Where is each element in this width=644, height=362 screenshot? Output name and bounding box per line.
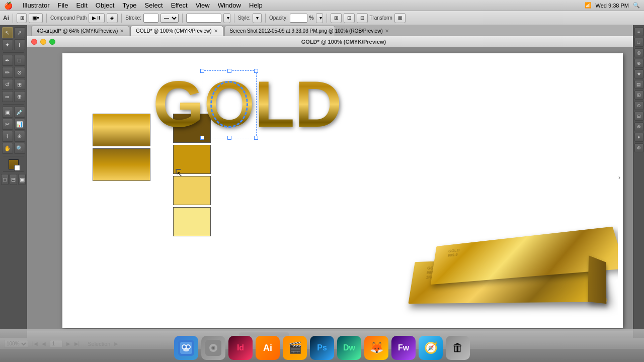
select-tool-btn[interactable]: ◈: [107, 13, 118, 23]
eraser-tool[interactable]: ⊘: [14, 67, 25, 78]
shape-tool[interactable]: □: [14, 55, 25, 66]
panel-btn-5[interactable]: ★: [634, 69, 643, 78]
type-tool[interactable]: T: [14, 39, 25, 50]
play-btn[interactable]: ▶⏸: [89, 13, 105, 23]
menu-window[interactable]: Window: [218, 2, 241, 9]
menu-edit[interactable]: Edit: [76, 2, 87, 9]
menu-object[interactable]: Object: [96, 2, 115, 9]
pen-tool[interactable]: ✒: [2, 55, 13, 66]
graph-tool[interactable]: 📊: [14, 119, 25, 130]
scale-tool[interactable]: ⊞: [14, 79, 25, 90]
tab-gold[interactable]: GOLD* @ 100% (CMYK/Preview) ✕: [130, 26, 223, 36]
transform-btn[interactable]: ⊠: [394, 13, 406, 23]
tab-close-4g[interactable]: ✕: [120, 28, 124, 34]
dock-system-prefs[interactable]: [201, 336, 225, 360]
panel-btn-6[interactable]: ▤: [634, 80, 643, 89]
maximize-btn[interactable]: [49, 39, 55, 45]
tab-close-ss[interactable]: ✕: [385, 28, 389, 34]
menu-illustrator[interactable]: Illustrator: [23, 2, 49, 9]
style-input[interactable]: [186, 14, 221, 23]
swatch-grad2[interactable]: [93, 148, 150, 181]
align-btn2[interactable]: ⊡: [344, 13, 355, 23]
menu-type[interactable]: Type: [122, 2, 136, 9]
dock-firefox[interactable]: 🦊: [364, 336, 388, 360]
gold-text: G O: [153, 68, 342, 140]
transform-label: Transform: [370, 15, 392, 21]
menu-effect[interactable]: Effect: [171, 2, 188, 9]
panel-btn-11[interactable]: ✦: [634, 133, 643, 142]
close-btn[interactable]: [31, 39, 37, 45]
panel-btn-1[interactable]: ≡: [634, 27, 643, 36]
fullscreen-mode2[interactable]: ▣: [18, 174, 26, 185]
tab-close-gold[interactable]: ✕: [214, 28, 218, 34]
zoom-tool[interactable]: 🔍: [14, 143, 25, 154]
panel-btn-8[interactable]: ⊙: [634, 101, 643, 110]
panel-btn-10[interactable]: ⊗: [634, 122, 643, 131]
blend-tool[interactable]: ∞: [2, 91, 13, 102]
apple-menu[interactable]: 🍎: [4, 2, 13, 10]
style-btn[interactable]: ▾: [253, 13, 262, 23]
opacity-input[interactable]: 100: [290, 14, 307, 23]
symbol-tool[interactable]: ✳: [14, 131, 25, 142]
magic-wand-tool[interactable]: ✦: [2, 39, 13, 50]
normal-mode[interactable]: □: [1, 174, 9, 185]
select-tool[interactable]: ↖: [2, 27, 13, 38]
rotate-tool[interactable]: ↺: [2, 79, 13, 90]
panel-btn-2[interactable]: □: [634, 38, 643, 47]
tab-4g-art[interactable]: 4G-art.pdf* @ 64% (CMYK/Preview) ✕: [31, 26, 129, 36]
menu-file[interactable]: File: [57, 2, 68, 9]
panel-btn-4[interactable]: ⊕: [634, 59, 643, 68]
align-btn[interactable]: ⊞: [331, 13, 342, 23]
search-icon[interactable]: 🔍: [633, 2, 640, 9]
fill-color[interactable]: [9, 159, 19, 169]
distribute-btn[interactable]: ⊟: [357, 13, 368, 23]
eyedropper-tool[interactable]: 💉: [14, 107, 25, 118]
pencil-tool[interactable]: ✏: [2, 67, 13, 78]
swatch-light[interactable]: [173, 176, 211, 205]
view-btn[interactable]: ▣▾: [29, 13, 43, 23]
direct-select-tool[interactable]: ↗: [14, 27, 25, 38]
style-select-btn[interactable]: ▾: [223, 13, 230, 23]
main-area: ↖ ↗ ✦ T ✒ □ ✏ ⊘ ↺ ⊞ ∞ ⊕ ▣ 💉 ✂: [0, 25, 644, 338]
minimize-btn[interactable]: [40, 39, 46, 45]
warp-tool[interactable]: ⌇: [2, 131, 13, 142]
opacity-btn[interactable]: ▾: [316, 13, 323, 23]
stroke-select[interactable]: —: [160, 14, 179, 23]
swatch-grad1[interactable]: [93, 114, 150, 146]
dock-finder[interactable]: [174, 336, 198, 360]
letter-l[interactable]: L: [255, 68, 294, 140]
menu-view[interactable]: View: [196, 2, 210, 9]
letter-o[interactable]: O: [204, 68, 255, 140]
dock-dreamweaver[interactable]: Dw: [337, 336, 361, 360]
gradient-tool[interactable]: ▣: [2, 107, 13, 118]
letter-d[interactable]: D: [295, 68, 342, 140]
stroke-input[interactable]: [143, 14, 158, 23]
tab-screenshot[interactable]: Screen Shot 2012-05-09 at 9.33.03 PM.png…: [224, 26, 335, 36]
menu-help[interactable]: Help: [249, 2, 263, 9]
canvas-content[interactable]: G O: [27, 47, 633, 338]
mesh-tool[interactable]: ⊕: [14, 91, 25, 102]
panel-btn-3[interactable]: ◎: [634, 48, 643, 57]
panel-btn-7[interactable]: ⊞: [634, 90, 643, 100]
dock-flash[interactable]: Fw: [391, 336, 416, 360]
separator4: [182, 14, 183, 23]
letter-o-container[interactable]: O: [204, 68, 255, 140]
dock-illustrator[interactable]: Ai: [256, 336, 280, 360]
dock-indesign[interactable]: Id: [228, 336, 253, 360]
panel-btn-9[interactable]: ⊟: [634, 112, 643, 121]
dock-safari[interactable]: 🧭: [419, 336, 443, 360]
fullscreen-mode[interactable]: ⊟: [10, 174, 17, 185]
arrow-right[interactable]: ›: [618, 174, 620, 181]
dock-trash[interactable]: 🗑: [446, 336, 470, 360]
cursor-indicator: ↖: [176, 169, 181, 174]
dock-photoshop[interactable]: Ps: [310, 336, 334, 360]
swatch-pale[interactable]: [173, 207, 211, 236]
letter-g[interactable]: G: [153, 68, 204, 140]
hand-tool[interactable]: ✋: [2, 143, 13, 154]
dock-vlc[interactable]: 🎬: [283, 336, 307, 360]
scissors-tool[interactable]: ✂: [2, 119, 13, 130]
options-btn[interactable]: ⊞: [17, 13, 27, 23]
panel-btn-12[interactable]: ⊕: [634, 143, 643, 152]
menu-select[interactable]: Select: [145, 2, 163, 9]
tool-row-mode: □ ⊟ ▣: [1, 174, 26, 185]
